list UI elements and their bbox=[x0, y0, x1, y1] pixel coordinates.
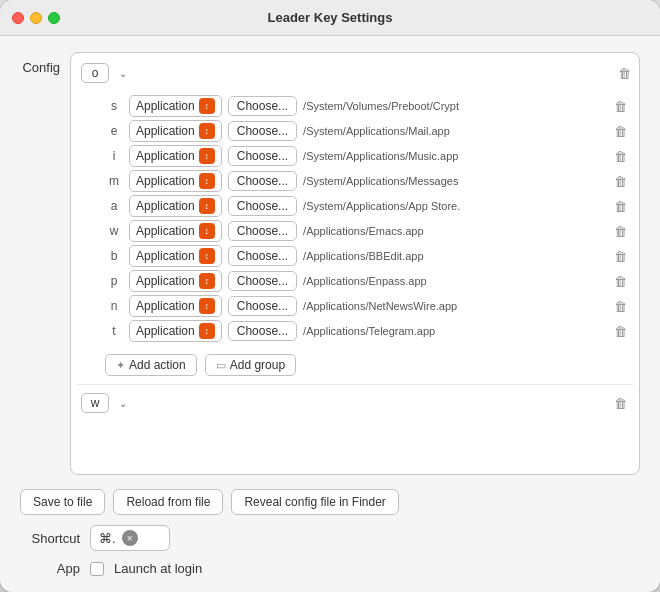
add-action-button[interactable]: ✦ Add action bbox=[105, 354, 197, 376]
close-button[interactable] bbox=[12, 12, 24, 24]
action-type-select-t[interactable]: Application ↕ bbox=[129, 320, 222, 342]
add-action-icon: ✦ bbox=[116, 359, 125, 372]
add-group-icon: ▭ bbox=[216, 359, 226, 372]
group-divider bbox=[77, 384, 633, 385]
add-group-label: Add group bbox=[230, 358, 285, 372]
group-w-header: w ⌄ 🗑 bbox=[77, 389, 633, 417]
app-row: App Launch at login bbox=[20, 561, 640, 576]
group-o-chevron[interactable]: ⌄ bbox=[115, 65, 131, 81]
delete-action-p-button[interactable]: 🗑 bbox=[611, 272, 629, 290]
path-text-m: /System/Applications/Messages bbox=[303, 175, 605, 187]
choose-button-p[interactable]: Choose... bbox=[228, 271, 297, 291]
path-text-t: /Applications/Telegram.app bbox=[303, 325, 605, 337]
content-area: Config o ⌄ 🗑 s bbox=[0, 36, 660, 592]
add-actions-row: ✦ Add action ▭ Add group bbox=[77, 350, 633, 380]
action-type-select-b[interactable]: Application ↕ bbox=[129, 245, 222, 267]
choose-button-a[interactable]: Choose... bbox=[228, 196, 297, 216]
delete-action-b-button[interactable]: 🗑 bbox=[611, 247, 629, 265]
shortcut-clear-button[interactable]: × bbox=[122, 530, 138, 546]
add-action-label: Add action bbox=[129, 358, 186, 372]
action-type-select-w[interactable]: Application ↕ bbox=[129, 220, 222, 242]
main-window: Leader Key Settings Config o ⌄ 🗑 bbox=[0, 0, 660, 592]
action-type-select-a[interactable]: Application ↕ bbox=[129, 195, 222, 217]
shortcut-input[interactable]: ⌘. × bbox=[90, 525, 170, 551]
action-key-n: n bbox=[105, 299, 123, 313]
table-row: a Application ↕ Choose... /System/Applic… bbox=[105, 195, 629, 217]
bottom-buttons-row: Save to file Reload from file Reveal con… bbox=[20, 489, 640, 515]
path-text-e: /System/Applications/Mail.app bbox=[303, 125, 605, 137]
delete-action-w-button[interactable]: 🗑 bbox=[611, 222, 629, 240]
group-o-actions: s Application ↕ Choose... /System/Volume… bbox=[77, 91, 633, 348]
shortcut-label: Shortcut bbox=[20, 531, 80, 546]
config-label: Config bbox=[20, 52, 60, 475]
group-w-header-inner: w ⌄ bbox=[77, 389, 135, 415]
application-icon-i: ↕ bbox=[199, 148, 215, 164]
path-text-b: /Applications/BBEdit.app bbox=[303, 250, 605, 262]
delete-group-w-button[interactable]: 🗑 bbox=[611, 394, 629, 412]
delete-action-m-button[interactable]: 🗑 bbox=[611, 172, 629, 190]
action-type-label-n: Application bbox=[136, 299, 195, 313]
table-row: p Application ↕ Choose... /Applications/… bbox=[105, 270, 629, 292]
save-to-file-button[interactable]: Save to file bbox=[20, 489, 105, 515]
choose-button-m[interactable]: Choose... bbox=[228, 171, 297, 191]
action-type-label-a: Application bbox=[136, 199, 195, 213]
reload-from-file-button[interactable]: Reload from file bbox=[113, 489, 223, 515]
action-type-label-e: Application bbox=[136, 124, 195, 138]
table-row: b Application ↕ Choose... /Applications/… bbox=[105, 245, 629, 267]
group-w-chevron[interactable]: ⌄ bbox=[115, 395, 131, 411]
action-type-select-p[interactable]: Application ↕ bbox=[129, 270, 222, 292]
choose-button-e[interactable]: Choose... bbox=[228, 121, 297, 141]
path-text-s: /System/Volumes/Preboot/Crypt bbox=[303, 100, 605, 112]
delete-action-t-button[interactable]: 🗑 bbox=[611, 322, 629, 340]
action-type-select-s[interactable]: Application ↕ bbox=[129, 95, 222, 117]
delete-group-o-button[interactable]: 🗑 bbox=[615, 64, 633, 82]
action-key-b: b bbox=[105, 249, 123, 263]
action-type-label-i: Application bbox=[136, 149, 195, 163]
reveal-config-button[interactable]: Reveal config file in Finder bbox=[231, 489, 398, 515]
shortcut-value: ⌘. bbox=[99, 531, 116, 546]
action-type-select-e[interactable]: Application ↕ bbox=[129, 120, 222, 142]
config-scroll-area[interactable]: o ⌄ 🗑 s Application ↕ bbox=[71, 53, 639, 474]
choose-button-i[interactable]: Choose... bbox=[228, 146, 297, 166]
config-section: Config o ⌄ 🗑 s bbox=[20, 52, 640, 475]
delete-action-e-button[interactable]: 🗑 bbox=[611, 122, 629, 140]
bottom-section: Save to file Reload from file Reveal con… bbox=[20, 489, 640, 576]
table-row: e Application ↕ Choose... /System/Applic… bbox=[105, 120, 629, 142]
config-panel: o ⌄ 🗑 s Application ↕ bbox=[70, 52, 640, 475]
delete-action-i-button[interactable]: 🗑 bbox=[611, 147, 629, 165]
maximize-button[interactable] bbox=[48, 12, 60, 24]
action-key-t: t bbox=[105, 324, 123, 338]
launch-at-login-label: Launch at login bbox=[114, 561, 202, 576]
action-type-label-p: Application bbox=[136, 274, 195, 288]
choose-button-b[interactable]: Choose... bbox=[228, 246, 297, 266]
shortcut-row: Shortcut ⌘. × bbox=[20, 525, 640, 551]
choose-button-n[interactable]: Choose... bbox=[228, 296, 297, 316]
action-key-w: w bbox=[105, 224, 123, 238]
action-key-e: e bbox=[105, 124, 123, 138]
minimize-button[interactable] bbox=[30, 12, 42, 24]
action-key-i: i bbox=[105, 149, 123, 163]
choose-button-w[interactable]: Choose... bbox=[228, 221, 297, 241]
launch-at-login-checkbox[interactable] bbox=[90, 562, 104, 576]
application-icon-m: ↕ bbox=[199, 173, 215, 189]
delete-action-a-button[interactable]: 🗑 bbox=[611, 197, 629, 215]
action-type-select-i[interactable]: Application ↕ bbox=[129, 145, 222, 167]
application-icon-n: ↕ bbox=[199, 298, 215, 314]
group-o-key: o bbox=[81, 63, 109, 83]
application-icon-e: ↕ bbox=[199, 123, 215, 139]
action-key-s: s bbox=[105, 99, 123, 113]
application-icon-s: ↕ bbox=[199, 98, 215, 114]
delete-action-s-button[interactable]: 🗑 bbox=[611, 97, 629, 115]
choose-button-s[interactable]: Choose... bbox=[228, 96, 297, 116]
action-type-select-n[interactable]: Application ↕ bbox=[129, 295, 222, 317]
group-w-key: w bbox=[81, 393, 109, 413]
table-row: i Application ↕ Choose... /System/Applic… bbox=[105, 145, 629, 167]
application-icon-a: ↕ bbox=[199, 198, 215, 214]
table-row: m Application ↕ Choose... /System/Applic… bbox=[105, 170, 629, 192]
add-group-button[interactable]: ▭ Add group bbox=[205, 354, 296, 376]
table-row: s Application ↕ Choose... /System/Volume… bbox=[105, 95, 629, 117]
action-type-select-m[interactable]: Application ↕ bbox=[129, 170, 222, 192]
traffic-lights bbox=[12, 12, 60, 24]
delete-action-n-button[interactable]: 🗑 bbox=[611, 297, 629, 315]
choose-button-t[interactable]: Choose... bbox=[228, 321, 297, 341]
